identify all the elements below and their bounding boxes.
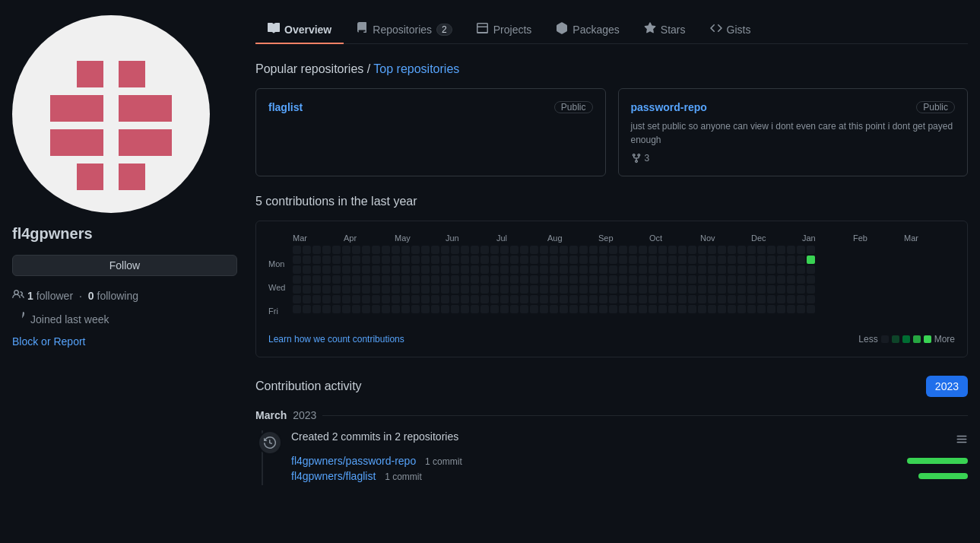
graph-cell[interactable]	[421, 265, 430, 274]
graph-cell[interactable]	[649, 295, 657, 303]
graph-cell[interactable]	[708, 275, 716, 284]
graph-cell[interactable]	[530, 265, 538, 274]
graph-cell[interactable]	[352, 256, 360, 264]
tab-overview[interactable]: Overview	[255, 16, 344, 44]
graph-cell[interactable]	[372, 265, 380, 274]
graph-cell[interactable]	[737, 265, 746, 274]
graph-cell[interactable]	[293, 246, 301, 254]
graph-cell[interactable]	[471, 265, 479, 274]
graph-cell[interactable]	[718, 265, 726, 274]
year-button[interactable]: 2023	[926, 376, 968, 397]
block-report-link[interactable]: Block or Report	[12, 335, 85, 348]
graph-cell[interactable]	[747, 246, 756, 254]
graph-cell[interactable]	[510, 246, 519, 254]
graph-cell[interactable]	[411, 256, 420, 264]
graph-cell[interactable]	[569, 265, 578, 274]
graph-cell[interactable]	[767, 265, 775, 274]
graph-cell[interactable]	[372, 285, 380, 294]
graph-cell[interactable]	[461, 265, 469, 274]
graph-cell[interactable]	[609, 305, 617, 313]
graph-cell[interactable]	[451, 295, 459, 303]
graph-cell[interactable]	[401, 246, 410, 254]
graph-cell[interactable]	[797, 275, 805, 284]
graph-cell[interactable]	[649, 265, 657, 274]
graph-cell[interactable]	[293, 265, 301, 274]
graph-cell[interactable]	[441, 295, 449, 303]
graph-cell[interactable]	[322, 305, 331, 313]
graph-cell[interactable]	[639, 285, 647, 294]
graph-cell[interactable]	[797, 246, 805, 254]
graph-cell[interactable]	[392, 305, 400, 313]
graph-cell[interactable]	[569, 275, 578, 284]
graph-cell[interactable]	[392, 256, 400, 264]
graph-cell[interactable]	[530, 256, 538, 264]
graph-cell[interactable]	[698, 295, 706, 303]
graph-cell[interactable]	[698, 256, 706, 264]
graph-cell[interactable]	[451, 305, 459, 313]
graph-cell[interactable]	[372, 275, 380, 284]
graph-cell[interactable]	[342, 256, 350, 264]
graph-cell[interactable]	[451, 285, 459, 294]
graph-cell[interactable]	[718, 256, 726, 264]
graph-cell[interactable]	[579, 265, 588, 274]
graph-cell[interactable]	[649, 305, 657, 313]
graph-cell[interactable]	[312, 295, 321, 303]
graph-cell[interactable]	[471, 295, 479, 303]
graph-cell[interactable]	[639, 305, 647, 313]
graph-cell[interactable]	[500, 295, 509, 303]
graph-cell[interactable]	[332, 246, 341, 254]
graph-cell[interactable]	[629, 265, 637, 274]
graph-cell[interactable]	[589, 265, 598, 274]
graph-cell[interactable]	[322, 275, 331, 284]
graph-cell[interactable]	[520, 275, 528, 284]
graph-cell[interactable]	[609, 285, 617, 294]
graph-cell[interactable]	[658, 246, 667, 254]
graph-cell[interactable]	[787, 265, 795, 274]
graph-cell[interactable]	[362, 275, 370, 284]
graph-cell[interactable]	[382, 295, 390, 303]
graph-cell[interactable]	[639, 246, 647, 254]
graph-cell[interactable]	[471, 285, 479, 294]
graph-cell[interactable]	[392, 275, 400, 284]
graph-cell[interactable]	[342, 265, 350, 274]
graph-cell[interactable]	[431, 265, 439, 274]
graph-cell[interactable]	[312, 275, 321, 284]
graph-cell[interactable]	[708, 305, 716, 313]
graph-cell[interactable]	[480, 246, 489, 254]
graph-cell[interactable]	[303, 305, 311, 313]
graph-cell[interactable]	[609, 256, 617, 264]
graph-cell[interactable]	[411, 295, 420, 303]
graph-cell[interactable]	[293, 256, 301, 264]
graph-cell[interactable]	[757, 256, 766, 264]
graph-cell[interactable]	[421, 256, 430, 264]
tab-packages[interactable]: Packages	[544, 16, 631, 44]
graph-cell[interactable]	[649, 285, 657, 294]
graph-cell[interactable]	[332, 305, 341, 313]
graph-cell[interactable]	[807, 265, 815, 274]
graph-cell[interactable]	[303, 246, 311, 254]
graph-cell[interactable]	[500, 265, 509, 274]
graph-cell[interactable]	[293, 285, 301, 294]
graph-cell[interactable]	[560, 265, 568, 274]
graph-cell[interactable]	[401, 265, 410, 274]
graph-cell[interactable]	[540, 256, 548, 264]
graph-cell[interactable]	[688, 246, 696, 254]
graph-cell[interactable]	[332, 275, 341, 284]
graph-cell[interactable]	[737, 246, 746, 254]
graph-cell[interactable]	[312, 285, 321, 294]
graph-cell[interactable]	[728, 305, 736, 313]
graph-cell[interactable]	[480, 285, 489, 294]
graph-cell[interactable]	[797, 295, 805, 303]
graph-cell[interactable]	[540, 275, 548, 284]
graph-cell[interactable]	[698, 285, 706, 294]
graph-cell[interactable]	[589, 285, 598, 294]
graph-cell[interactable]	[392, 246, 400, 254]
graph-cell[interactable]	[599, 295, 607, 303]
graph-cell[interactable]	[797, 285, 805, 294]
graph-cell[interactable]	[382, 285, 390, 294]
graph-cell[interactable]	[757, 275, 766, 284]
graph-cell[interactable]	[807, 275, 815, 284]
graph-cell[interactable]	[777, 246, 785, 254]
graph-cell[interactable]	[500, 256, 509, 264]
graph-cell[interactable]	[569, 305, 578, 313]
